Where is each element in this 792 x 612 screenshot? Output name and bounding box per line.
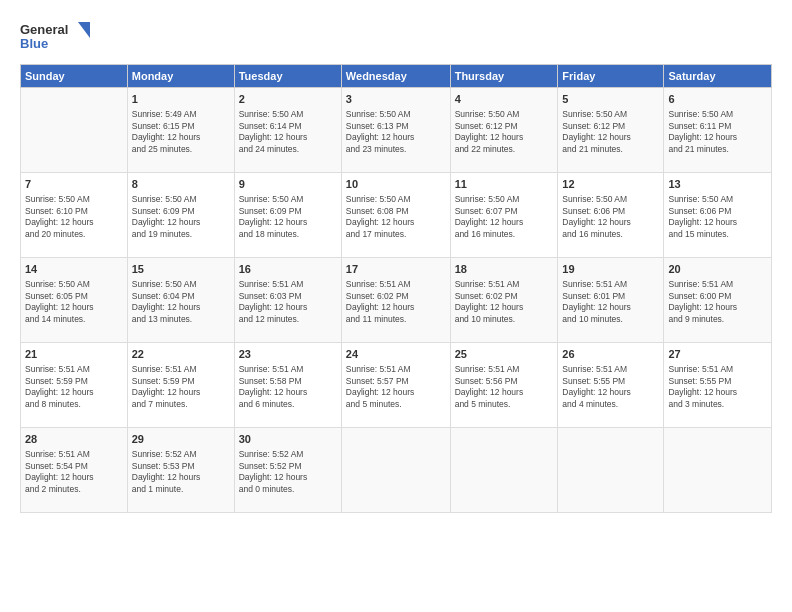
day-info-line: and 19 minutes. [132, 229, 230, 240]
calendar-cell: 10Sunrise: 5:50 AMSunset: 6:08 PMDayligh… [341, 173, 450, 258]
calendar-weekday-wednesday: Wednesday [341, 65, 450, 88]
day-info-line: and 5 minutes. [346, 399, 446, 410]
day-number: 26 [562, 347, 659, 362]
day-number: 6 [668, 92, 767, 107]
day-number: 14 [25, 262, 123, 277]
svg-text:Blue: Blue [20, 36, 48, 51]
day-info-line: and 18 minutes. [239, 229, 337, 240]
calendar-week-row: 14Sunrise: 5:50 AMSunset: 6:05 PMDayligh… [21, 258, 772, 343]
day-info-line: Daylight: 12 hours [239, 472, 337, 483]
calendar-weekday-thursday: Thursday [450, 65, 558, 88]
day-number: 2 [239, 92, 337, 107]
day-info-line: Daylight: 12 hours [346, 217, 446, 228]
day-info-line: Daylight: 12 hours [239, 217, 337, 228]
day-info-line: Sunset: 6:15 PM [132, 121, 230, 132]
calendar-cell: 11Sunrise: 5:50 AMSunset: 6:07 PMDayligh… [450, 173, 558, 258]
calendar-cell: 24Sunrise: 5:51 AMSunset: 5:57 PMDayligh… [341, 343, 450, 428]
day-info: Sunrise: 5:50 AMSunset: 6:08 PMDaylight:… [346, 194, 446, 240]
calendar-cell: 14Sunrise: 5:50 AMSunset: 6:05 PMDayligh… [21, 258, 128, 343]
day-info-line: and 10 minutes. [562, 314, 659, 325]
day-number: 8 [132, 177, 230, 192]
day-info-line: Sunset: 5:59 PM [132, 376, 230, 387]
calendar-cell: 9Sunrise: 5:50 AMSunset: 6:09 PMDaylight… [234, 173, 341, 258]
day-info: Sunrise: 5:50 AMSunset: 6:05 PMDaylight:… [25, 279, 123, 325]
day-info: Sunrise: 5:51 AMSunset: 5:54 PMDaylight:… [25, 449, 123, 495]
day-info-line: Sunset: 5:52 PM [239, 461, 337, 472]
day-info-line: Sunrise: 5:50 AM [562, 194, 659, 205]
day-info-line: Daylight: 12 hours [25, 217, 123, 228]
day-info: Sunrise: 5:50 AMSunset: 6:09 PMDaylight:… [239, 194, 337, 240]
day-info-line: Sunset: 6:06 PM [668, 206, 767, 217]
day-info-line: Sunrise: 5:50 AM [668, 194, 767, 205]
day-number: 1 [132, 92, 230, 107]
calendar-cell: 25Sunrise: 5:51 AMSunset: 5:56 PMDayligh… [450, 343, 558, 428]
day-info: Sunrise: 5:51 AMSunset: 6:02 PMDaylight:… [455, 279, 554, 325]
day-number: 21 [25, 347, 123, 362]
day-info: Sunrise: 5:50 AMSunset: 6:09 PMDaylight:… [132, 194, 230, 240]
calendar-cell: 27Sunrise: 5:51 AMSunset: 5:55 PMDayligh… [664, 343, 772, 428]
day-number: 29 [132, 432, 230, 447]
calendar-cell: 4Sunrise: 5:50 AMSunset: 6:12 PMDaylight… [450, 88, 558, 173]
calendar-week-row: 1Sunrise: 5:49 AMSunset: 6:15 PMDaylight… [21, 88, 772, 173]
calendar-cell: 18Sunrise: 5:51 AMSunset: 6:02 PMDayligh… [450, 258, 558, 343]
day-info: Sunrise: 5:50 AMSunset: 6:12 PMDaylight:… [562, 109, 659, 155]
day-info-line: Sunrise: 5:49 AM [132, 109, 230, 120]
day-info: Sunrise: 5:50 AMSunset: 6:14 PMDaylight:… [239, 109, 337, 155]
calendar-week-row: 28Sunrise: 5:51 AMSunset: 5:54 PMDayligh… [21, 428, 772, 513]
calendar-cell: 12Sunrise: 5:50 AMSunset: 6:06 PMDayligh… [558, 173, 664, 258]
calendar-week-row: 7Sunrise: 5:50 AMSunset: 6:10 PMDaylight… [21, 173, 772, 258]
day-info: Sunrise: 5:51 AMSunset: 5:55 PMDaylight:… [668, 364, 767, 410]
day-info-line: Sunrise: 5:51 AM [562, 364, 659, 375]
day-info-line: and 15 minutes. [668, 229, 767, 240]
day-info: Sunrise: 5:51 AMSunset: 5:59 PMDaylight:… [25, 364, 123, 410]
calendar-week-row: 21Sunrise: 5:51 AMSunset: 5:59 PMDayligh… [21, 343, 772, 428]
day-number: 28 [25, 432, 123, 447]
day-info-line: Sunrise: 5:50 AM [346, 109, 446, 120]
day-info-line: Daylight: 12 hours [25, 387, 123, 398]
day-info-line: and 24 minutes. [239, 144, 337, 155]
day-info-line: Sunset: 6:04 PM [132, 291, 230, 302]
day-info-line: Daylight: 12 hours [346, 132, 446, 143]
day-info: Sunrise: 5:51 AMSunset: 5:55 PMDaylight:… [562, 364, 659, 410]
calendar-cell: 16Sunrise: 5:51 AMSunset: 6:03 PMDayligh… [234, 258, 341, 343]
day-info-line: Sunrise: 5:50 AM [346, 194, 446, 205]
day-info: Sunrise: 5:50 AMSunset: 6:07 PMDaylight:… [455, 194, 554, 240]
day-info-line: Daylight: 12 hours [132, 472, 230, 483]
day-number: 3 [346, 92, 446, 107]
day-info-line: and 21 minutes. [562, 144, 659, 155]
day-info-line: Sunrise: 5:52 AM [132, 449, 230, 460]
day-info-line: Sunset: 6:02 PM [346, 291, 446, 302]
day-info-line: Sunset: 6:08 PM [346, 206, 446, 217]
day-info-line: Sunset: 5:55 PM [668, 376, 767, 387]
day-number: 7 [25, 177, 123, 192]
day-info-line: Sunrise: 5:51 AM [346, 279, 446, 290]
calendar-weekday-sunday: Sunday [21, 65, 128, 88]
day-info-line: Sunrise: 5:50 AM [132, 279, 230, 290]
day-info: Sunrise: 5:50 AMSunset: 6:12 PMDaylight:… [455, 109, 554, 155]
calendar-cell: 28Sunrise: 5:51 AMSunset: 5:54 PMDayligh… [21, 428, 128, 513]
day-info: Sunrise: 5:50 AMSunset: 6:13 PMDaylight:… [346, 109, 446, 155]
day-info-line: Daylight: 12 hours [668, 302, 767, 313]
day-number: 9 [239, 177, 337, 192]
calendar-cell [450, 428, 558, 513]
calendar-cell: 20Sunrise: 5:51 AMSunset: 6:00 PMDayligh… [664, 258, 772, 343]
day-info-line: Sunrise: 5:50 AM [455, 194, 554, 205]
day-number: 15 [132, 262, 230, 277]
day-info-line: Sunrise: 5:51 AM [25, 364, 123, 375]
day-info-line: Sunset: 5:54 PM [25, 461, 123, 472]
day-number: 12 [562, 177, 659, 192]
day-info-line: Sunrise: 5:51 AM [239, 279, 337, 290]
day-info: Sunrise: 5:52 AMSunset: 5:53 PMDaylight:… [132, 449, 230, 495]
header: General Blue [20, 18, 772, 54]
calendar-cell: 1Sunrise: 5:49 AMSunset: 6:15 PMDaylight… [127, 88, 234, 173]
day-info-line: Sunrise: 5:50 AM [239, 109, 337, 120]
day-info-line: and 0 minutes. [239, 484, 337, 495]
day-info-line: Sunrise: 5:51 AM [455, 364, 554, 375]
day-info-line: Daylight: 12 hours [455, 302, 554, 313]
day-info-line: and 11 minutes. [346, 314, 446, 325]
day-info-line: Sunrise: 5:50 AM [25, 194, 123, 205]
calendar-cell [21, 88, 128, 173]
day-number: 11 [455, 177, 554, 192]
calendar-cell: 13Sunrise: 5:50 AMSunset: 6:06 PMDayligh… [664, 173, 772, 258]
day-info-line: and 22 minutes. [455, 144, 554, 155]
